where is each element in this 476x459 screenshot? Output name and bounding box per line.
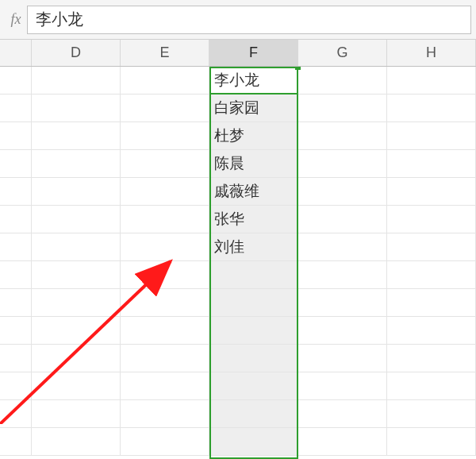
cell[interactable] <box>32 122 121 150</box>
cell[interactable] <box>209 372 298 400</box>
cell[interactable] <box>121 178 209 206</box>
col-header-h[interactable]: H <box>387 40 476 66</box>
cell[interactable] <box>121 345 209 372</box>
cell[interactable] <box>209 345 298 372</box>
table-row: 陈晨 <box>0 150 476 178</box>
cell[interactable]: 张华 <box>209 206 298 233</box>
cell[interactable] <box>121 206 209 233</box>
cell[interactable] <box>32 372 121 400</box>
cell[interactable] <box>0 233 32 261</box>
cell[interactable] <box>298 206 387 233</box>
table-row: 张华 <box>0 206 476 233</box>
cell[interactable] <box>209 261 298 289</box>
cell[interactable] <box>387 261 476 289</box>
cell[interactable] <box>32 206 121 233</box>
cell[interactable] <box>32 150 121 178</box>
cell[interactable] <box>298 289 387 317</box>
cell[interactable] <box>121 289 209 317</box>
cell[interactable] <box>387 345 476 372</box>
cell[interactable] <box>32 67 121 94</box>
cell[interactable] <box>298 428 387 456</box>
cell[interactable] <box>121 261 209 289</box>
cell[interactable] <box>0 428 32 456</box>
cell[interactable] <box>298 178 387 206</box>
col-header-g[interactable]: G <box>298 40 387 66</box>
cell[interactable] <box>387 317 476 345</box>
cell[interactable] <box>121 122 209 150</box>
cell[interactable] <box>387 150 476 178</box>
cell[interactable] <box>387 178 476 206</box>
cell[interactable] <box>0 400 32 428</box>
cell[interactable] <box>387 94 476 122</box>
cell[interactable]: 李小龙 <box>209 67 298 94</box>
table-row <box>0 317 476 345</box>
col-header-stub[interactable] <box>0 40 32 66</box>
cell[interactable] <box>0 94 32 122</box>
cell[interactable] <box>0 345 32 372</box>
table-row <box>0 372 476 400</box>
cell[interactable] <box>32 289 121 317</box>
cell[interactable]: 戚薇维 <box>209 178 298 206</box>
cell[interactable] <box>0 178 32 206</box>
formula-input[interactable] <box>27 6 471 34</box>
cell[interactable] <box>32 233 121 261</box>
cell[interactable] <box>387 289 476 317</box>
cell[interactable] <box>387 206 476 233</box>
cell[interactable] <box>0 122 32 150</box>
cell[interactable] <box>0 150 32 178</box>
cell[interactable] <box>32 345 121 372</box>
cell[interactable] <box>209 289 298 317</box>
table-row: 杜梦 <box>0 122 476 150</box>
cell[interactable] <box>387 67 476 94</box>
cell[interactable] <box>0 289 32 317</box>
cell[interactable] <box>387 400 476 428</box>
col-header-d[interactable]: D <box>32 40 121 66</box>
cell[interactable] <box>0 67 32 94</box>
table-row: 戚薇维 <box>0 178 476 206</box>
cell[interactable]: 杜梦 <box>209 122 298 150</box>
cell[interactable] <box>0 206 32 233</box>
cell[interactable] <box>209 400 298 428</box>
cell[interactable] <box>0 317 32 345</box>
cell[interactable] <box>32 428 121 456</box>
cell[interactable]: 刘佳 <box>209 233 298 261</box>
cell[interactable] <box>298 150 387 178</box>
cell[interactable] <box>32 400 121 428</box>
cell[interactable] <box>121 94 209 122</box>
cell[interactable] <box>121 317 209 345</box>
table-row: 白家园 <box>0 94 476 122</box>
cell[interactable] <box>121 67 209 94</box>
cell[interactable]: 白家园 <box>209 94 298 122</box>
cell[interactable] <box>32 178 121 206</box>
cell[interactable] <box>121 233 209 261</box>
cell[interactable] <box>298 400 387 428</box>
cell[interactable] <box>0 372 32 400</box>
cell[interactable] <box>121 150 209 178</box>
fx-icon[interactable]: fx <box>5 11 27 28</box>
cell[interactable] <box>298 261 387 289</box>
cell[interactable] <box>121 400 209 428</box>
cell[interactable] <box>298 317 387 345</box>
cell[interactable] <box>209 428 298 456</box>
cell[interactable] <box>387 372 476 400</box>
cell[interactable] <box>298 233 387 261</box>
cell[interactable] <box>387 233 476 261</box>
cell[interactable] <box>32 317 121 345</box>
cell[interactable] <box>121 372 209 400</box>
cell[interactable] <box>298 94 387 122</box>
cell[interactable] <box>32 94 121 122</box>
cell[interactable] <box>387 428 476 456</box>
cell[interactable] <box>298 372 387 400</box>
col-header-e[interactable]: E <box>121 40 209 66</box>
cell[interactable] <box>121 428 209 456</box>
cell[interactable] <box>298 122 387 150</box>
col-header-f[interactable]: F <box>209 40 298 66</box>
cell[interactable] <box>298 67 387 94</box>
table-row <box>0 400 476 428</box>
cell[interactable] <box>298 345 387 372</box>
cell[interactable]: 陈晨 <box>209 150 298 178</box>
cell[interactable] <box>32 261 121 289</box>
cell[interactable] <box>0 261 32 289</box>
cell[interactable] <box>387 122 476 150</box>
cell[interactable] <box>209 317 298 345</box>
